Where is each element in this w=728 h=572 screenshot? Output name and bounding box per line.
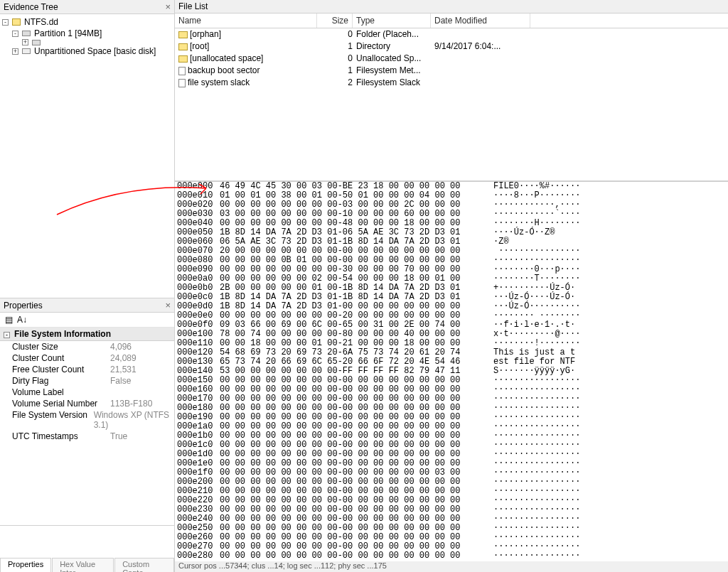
property-key: Volume Label [4,387,110,397]
tab-hex-value[interactable]: Hex Value Inter... [52,558,114,572]
file-list-row[interactable]: [root]1Directory9/14/2017 6:04:... [175,41,728,53]
file-list-row[interactable]: file system slack2Filesystem Slack [175,77,728,89]
hex-viewer[interactable]: 000e00046 49 4C 45 30 00 03 00-BE 23 18 … [175,181,728,561]
file-size: 1 [321,65,356,77]
tab-properties[interactable]: Properties [0,558,51,572]
property-key: Dirty Flag [4,376,110,386]
file-name: [root] [190,41,209,53]
hex-row[interactable]: 000e28000 00 00 00 00 00 00 00-00 00 00 … [177,551,726,561]
property-row[interactable]: File System VersionWindows XP (NTFS 3.1) [0,409,174,431]
file-icon [178,67,186,75]
evidence-tree-label: Evidence Tree [4,2,58,12]
left-tabs: Properties Hex Value Inter... Custom Con… [0,558,174,572]
tree-node-unpart[interactable]: +Unpartitioned Space [basic disk] [2,45,172,57]
drive-icon [12,18,21,26]
file-list-body[interactable]: [orphan]0Folder (Placeh...[root]1Directo… [175,28,728,180]
sort-az-icon[interactable]: A↓ [16,314,28,325]
file-list-row[interactable]: [orphan]0Folder (Placeh... [175,28,728,41]
tree-node-root[interactable]: -NTFS.dd [2,16,172,28]
file-list-label: File List [178,1,208,11]
file-list-row[interactable]: [unallocated space]0Unallocated Sp... [175,53,728,65]
tree-label: Partition 1 [94MB] [34,28,102,39]
hex-offset: 000e280 [177,551,220,561]
file-list-row[interactable]: backup boot sector1Filesystem Met... [175,65,728,77]
property-row[interactable]: Volume Serial Number113B-F180 [0,398,174,409]
properties-label: Properties [4,301,43,311]
property-row[interactable]: Dirty FlagFalse [0,375,174,387]
evidence-tree-title: Evidence Tree × [0,0,174,14]
file-type: Folder (Placeh... [356,28,434,41]
file-date [434,65,534,77]
folder-icon [178,31,188,38]
section-label: File System Information [14,329,111,339]
file-icon [178,79,186,87]
file-type: Directory [356,41,434,53]
close-icon[interactable]: × [165,1,171,12]
folder-icon [178,43,188,50]
hex-bytes: 00 00 00 00 00 00 00 00-00 00 00 00 00 0… [220,551,493,561]
file-date [434,28,534,41]
unpartitioned-icon [22,48,31,54]
file-type: Unallocated Sp... [356,53,434,65]
file-date: 9/14/2017 6:04:... [434,41,534,53]
col-size[interactable]: Size [317,14,353,28]
property-key: UTC Timestamps [4,431,110,441]
property-value: 113B-F180 [110,399,152,409]
hex-ascii: ················· [493,551,580,561]
file-name: [orphan] [190,28,221,41]
file-list-header: Name Size Type Date Modified [175,14,728,28]
property-key: Volume Serial Number [4,399,110,409]
property-row[interactable]: Free Cluster Count21,531 [0,364,174,375]
property-row[interactable]: Volume Label [0,387,174,398]
file-name: backup boot sector [188,65,259,77]
file-date [434,77,534,89]
tree-label: Unpartitioned Space [basic disk] [34,45,156,57]
tree-node-partition[interactable]: -Partition 1 [94MB] [2,28,172,39]
folder-icon [178,55,188,63]
properties-toolbar: ▤ A↓ [0,313,174,328]
property-key: File System Version [4,410,94,430]
file-name: file system slack [188,77,250,89]
property-value: 21,531 [110,365,136,374]
property-value: False [110,376,131,386]
property-row[interactable]: Cluster Size4,096 [0,341,174,352]
property-row[interactable]: Cluster Count24,089 [0,352,174,364]
tree-label: NTFS.dd [24,16,58,28]
property-key: Cluster Count [4,353,110,363]
properties-title: Properties × [0,298,174,313]
node-icon [32,40,41,45]
file-type: Filesystem Slack [356,77,434,89]
file-size: 0 [321,53,356,65]
partition-icon [22,31,31,36]
evidence-tree[interactable]: -NTFS.dd -Partition 1 [94MB] + +Unpartit… [0,14,174,298]
property-value: 4,096 [110,342,132,352]
file-date [434,53,534,65]
property-value: True [110,431,127,441]
tree-node-child[interactable]: + [2,39,172,45]
property-value: Windows XP (NTFS 3.1) [94,410,171,430]
sort-categorized-icon[interactable]: ▤ [3,314,14,325]
tab-custom-content[interactable]: Custom Conte... [114,558,174,572]
close-icon[interactable]: × [165,300,171,311]
file-name: [unallocated space] [190,53,263,65]
col-name[interactable]: Name [175,14,317,28]
file-size: 1 [321,41,356,53]
status-bar: Cursor pos ...57344; clus ...14; log sec… [175,561,728,572]
property-key: Free Cluster Count [4,365,110,374]
file-size: 2 [321,77,356,89]
file-list-title: File List [175,0,728,14]
file-type: Filesystem Met... [356,65,434,77]
properties-section-header[interactable]: -File System Information [0,328,174,341]
property-row[interactable]: UTC TimestampsTrue [0,431,174,442]
property-value: 24,089 [110,353,136,363]
property-key: Cluster Size [4,342,110,352]
col-type[interactable]: Type [353,14,431,28]
col-date[interactable]: Date Modified [431,14,530,28]
file-size: 0 [321,28,356,41]
